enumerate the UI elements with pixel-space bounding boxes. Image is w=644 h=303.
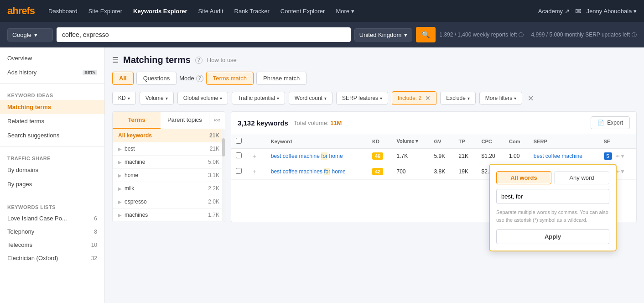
th-tp[interactable]: TP	[454, 134, 477, 149]
nav-keywords-explorer[interactable]: Keywords Explorer	[129, 6, 192, 16]
country-select[interactable]: United Kingdom ▾	[354, 28, 413, 42]
sidebar-item-by-pages[interactable]: By pages	[0, 177, 104, 191]
nav-site-explorer[interactable]: Site Explorer	[84, 6, 127, 16]
help-icon[interactable]: ?	[195, 57, 203, 64]
keyword-link[interactable]: best coffee machine for home	[271, 152, 343, 160]
sidebar-list-name: Electrician (Oxford)	[7, 255, 58, 261]
sidebar-list-electrician[interactable]: Electrician (Oxford) 32	[0, 251, 104, 265]
keyword-list-item-best[interactable]: ▶best 21K	[113, 142, 225, 156]
th-cpc[interactable]: CPC	[477, 134, 504, 149]
menu-icon[interactable]: ☰	[112, 56, 119, 64]
popup-tab-all-words[interactable]: All words	[496, 171, 551, 184]
th-com[interactable]: Com	[504, 134, 529, 149]
mode-help-icon[interactable]: ?	[196, 75, 203, 82]
row-checkbox[interactable]	[236, 152, 242, 158]
row-tp-cell: 19K	[454, 164, 477, 179]
include-close-icon[interactable]: ✕	[425, 94, 431, 102]
sidebar-list-count: 6	[94, 215, 97, 222]
word-count-chevron-icon: ▾	[324, 96, 327, 101]
filter-traffic-potential[interactable]: Traffic potential▾	[232, 92, 285, 104]
weekly-reports-help-icon[interactable]: ⓘ	[519, 31, 524, 38]
export-button[interactable]: 📄 Export	[591, 116, 630, 129]
keyword-link[interactable]: best coffee machines for home	[271, 168, 346, 175]
engine-chevron-icon: ▾	[34, 31, 37, 38]
keyword-list-item-machine[interactable]: ▶machine 5.0K	[113, 156, 225, 169]
nav-messages-icon[interactable]: ✉	[575, 7, 581, 16]
trend-icon[interactable]: ⤔▼	[615, 168, 625, 175]
popup-tabs-row: All words Any word	[496, 171, 609, 184]
keyword-list-item-home[interactable]: ▶home 3.1K	[113, 169, 225, 182]
tab-terms-match[interactable]: Terms match	[206, 72, 254, 85]
logo: ahrefs	[7, 5, 35, 17]
sidebar-list-telephony[interactable]: Telephony 8	[0, 225, 104, 238]
nav-rank-tracker[interactable]: Rank Tracker	[230, 6, 274, 16]
tab-questions[interactable]: Questions	[136, 72, 177, 85]
filter-global-volume[interactable]: Global volume▾	[177, 92, 229, 104]
sidebar-item-search-suggestions[interactable]: Search suggestions	[0, 128, 104, 142]
popup-apply-button[interactable]: Apply	[496, 229, 609, 244]
nav-site-audit[interactable]: Site Audit	[194, 6, 228, 16]
tab-all[interactable]: All	[112, 72, 134, 85]
keyword-list-item-espresso[interactable]: ▶espresso 2.0K	[113, 195, 225, 209]
nav-academy[interactable]: Academy ↗	[538, 8, 570, 15]
serp-link[interactable]: best coffee machine	[534, 153, 582, 159]
filter-exclude[interactable]: Exclude▾	[440, 92, 476, 104]
kw-count: 2.2K	[208, 185, 219, 192]
left-panel: Terms Parent topics «« All keywords 21K …	[112, 111, 225, 222]
panel-collapse-button[interactable]: ««	[209, 112, 225, 129]
keyword-list-item-milk[interactable]: ▶milk 2.2K	[113, 182, 225, 195]
sidebar-item-ads-history[interactable]: Ads historyBETA	[0, 65, 104, 79]
filter-serp-features[interactable]: SERP features▾	[336, 92, 388, 104]
th-kd[interactable]: KD	[368, 134, 392, 149]
engine-select[interactable]: Google ▾	[7, 28, 53, 42]
row-cpc-cell: $1.20	[477, 149, 504, 164]
row-volume-cell: 700	[392, 164, 429, 179]
sidebar-item-by-domains[interactable]: By domains	[0, 163, 104, 177]
search-input[interactable]	[57, 27, 351, 42]
keyword-list-item-machines[interactable]: ▶machines 1.7K	[113, 209, 225, 222]
sidebar-item-overview[interactable]: Overview	[0, 51, 104, 65]
table-header-row: Keyword KD Volume ▾ GV TP CPC Com SERP S…	[231, 134, 636, 149]
panel-tab-parent-topics[interactable]: Parent topics	[161, 112, 208, 129]
sidebar-list-count: 8	[94, 229, 97, 235]
select-all-checkbox[interactable]	[236, 138, 242, 144]
add-button[interactable]: +	[251, 167, 258, 176]
filter-kd[interactable]: KD▾	[112, 92, 136, 104]
row-checkbox[interactable]	[236, 168, 242, 174]
sidebar-list-love-island[interactable]: Love Island Case Po... 6	[0, 212, 104, 225]
nav-content-explorer[interactable]: Content Explorer	[276, 6, 330, 16]
nav-dashboard[interactable]: Dashboard	[44, 6, 82, 16]
th-volume[interactable]: Volume ▾	[392, 134, 429, 149]
filter-include[interactable]: Include: 2 ✕	[392, 91, 436, 105]
search-button[interactable]: 🔍	[416, 27, 436, 42]
sidebar-list-count: 32	[91, 255, 97, 261]
kd-badge: 42	[372, 168, 383, 175]
filter-word-count[interactable]: Word count▾	[289, 92, 332, 104]
nav-more[interactable]: More ▾	[331, 6, 358, 16]
filter-volume[interactable]: Volume▾	[140, 92, 174, 104]
popup-input[interactable]	[496, 189, 609, 204]
keyword-list-all[interactable]: All keywords 21K	[113, 129, 225, 142]
sidebar-item-matching-terms[interactable]: Matching terms	[0, 100, 104, 114]
trend-icon[interactable]: ⤔▼	[615, 153, 625, 159]
nav-user[interactable]: Jenny Abouobaia ▾	[587, 8, 637, 15]
row-sf-cell: 5 ⤔▼	[599, 149, 637, 164]
sidebar-list-telecoms[interactable]: Telecoms 10	[0, 238, 104, 251]
kd-badge: 46	[372, 152, 383, 160]
popup-tab-any-word[interactable]: Any word	[554, 171, 609, 184]
th-serp[interactable]: SERP	[529, 134, 599, 149]
panel-tab-terms[interactable]: Terms	[113, 112, 161, 129]
main-layout: Overview Ads historyBETA Keyword ideas M…	[0, 47, 644, 303]
th-gv[interactable]: GV	[430, 134, 454, 149]
sidebar-item-related-terms[interactable]: Related terms	[0, 114, 104, 128]
add-button[interactable]: +	[251, 152, 258, 161]
monthly-serp-help-icon[interactable]: ⓘ	[632, 31, 637, 38]
sidebar-list-name: Telecoms	[7, 241, 32, 248]
th-keyword[interactable]: Keyword	[266, 134, 368, 149]
th-sf[interactable]: SF	[599, 134, 637, 149]
filter-more-filters[interactable]: More filters▾	[479, 92, 522, 104]
clear-filters-icon[interactable]: ✕	[526, 92, 535, 104]
how-to-use-link[interactable]: How to use	[207, 57, 237, 63]
scroll-thumb[interactable]	[222, 138, 225, 157]
tab-phrase-match[interactable]: Phrase match	[256, 72, 306, 85]
